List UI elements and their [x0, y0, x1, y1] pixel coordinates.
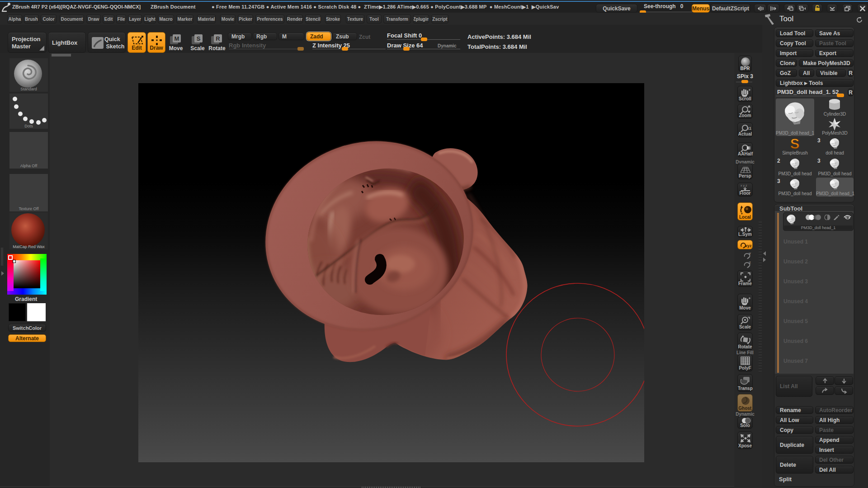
- svg-text:xyz: xyz: [745, 244, 752, 248]
- svg-text:Z: Z: [749, 261, 751, 265]
- svg-text:S: S: [790, 137, 800, 151]
- svg-text:x1: x1: [747, 126, 751, 131]
- svg-text:x y z: x y z: [741, 184, 747, 188]
- svg-text:Y: Y: [749, 252, 751, 256]
